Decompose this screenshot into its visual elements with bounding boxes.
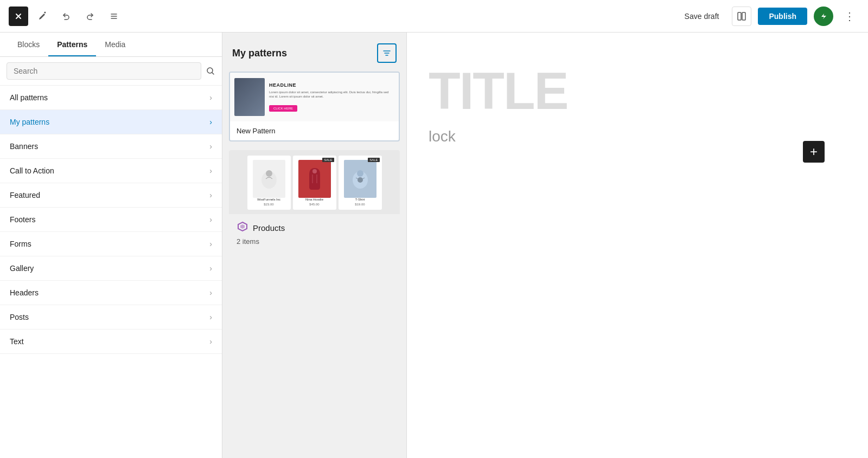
product-name: WooFunnels Inc bbox=[257, 198, 280, 201]
chevron-icon: › bbox=[209, 264, 212, 273]
editor-title[interactable]: TITLE bbox=[429, 65, 846, 117]
new-pattern-card[interactable]: HEADLINE Lorem ipsum dolor sit amet, con… bbox=[229, 72, 400, 141]
sidebar-item-label: My patterns bbox=[10, 118, 49, 126]
sidebar-item-label: Banners bbox=[10, 142, 38, 151]
my-patterns-panel: My patterns HEADLINE Lorem ipsum dolor s… bbox=[222, 33, 407, 458]
products-count: 2 items bbox=[237, 237, 392, 246]
chevron-icon: › bbox=[209, 337, 212, 346]
editor-subtitle[interactable]: lock bbox=[429, 128, 846, 145]
panel-header: My patterns bbox=[222, 33, 406, 72]
sidebar-item-footers[interactable]: Footers › bbox=[0, 208, 222, 232]
chevron-icon: › bbox=[209, 142, 212, 151]
sidebar-item-featured[interactable]: Featured › bbox=[0, 183, 222, 208]
close-button[interactable] bbox=[9, 7, 28, 26]
svg-point-7 bbox=[357, 170, 363, 177]
product-item: SALE Nina Hoodie $45.00 bbox=[293, 156, 336, 210]
sidebar-item-label: Call to Action bbox=[10, 166, 54, 175]
sidebar-item-label: Headers bbox=[10, 288, 39, 297]
product-name: T-Shirt bbox=[355, 198, 365, 201]
editor-content: TITLE lock bbox=[429, 65, 846, 145]
sidebar-item-my-patterns[interactable]: My patterns › bbox=[0, 110, 222, 134]
pattern-body: Lorem ipsum dolor sit amet, consectetur … bbox=[269, 90, 394, 99]
sidebar-item-banners[interactable]: Banners › bbox=[0, 134, 222, 159]
product-item: WooFunnels Inc $23.00 bbox=[247, 156, 291, 210]
sidebar-tabs: Blocks Patterns Media bbox=[0, 33, 222, 57]
chevron-icon: › bbox=[209, 313, 212, 321]
svg-rect-1 bbox=[742, 12, 745, 20]
products-category-name: Products bbox=[253, 223, 285, 233]
pattern-cta: CLICK HERE bbox=[269, 105, 297, 112]
product-price: $19.00 bbox=[355, 203, 365, 206]
chevron-icon: › bbox=[209, 240, 212, 248]
pattern-preview-image bbox=[234, 78, 265, 116]
chevron-icon: › bbox=[209, 191, 212, 199]
search-input[interactable] bbox=[7, 62, 201, 80]
products-info: Products 2 items bbox=[229, 214, 400, 251]
add-block-button[interactable]: + bbox=[803, 141, 825, 163]
sidebar-item-headers[interactable]: Headers › bbox=[0, 281, 222, 305]
save-draft-button[interactable]: Save draft bbox=[678, 9, 726, 24]
publish-button[interactable]: Publish bbox=[758, 8, 807, 25]
search-button[interactable] bbox=[206, 66, 215, 76]
product-image bbox=[344, 160, 376, 198]
list-view-button[interactable] bbox=[104, 7, 124, 26]
sale-badge: SALE bbox=[322, 158, 334, 162]
editor-main: TITLE lock + bbox=[407, 33, 868, 458]
panel-title: My patterns bbox=[232, 48, 287, 59]
more-options-button[interactable]: ⋮ bbox=[840, 7, 859, 26]
sidebar-item-label: Footers bbox=[10, 215, 35, 224]
products-preview: WooFunnels Inc $23.00 SALE Nina Hoodie $… bbox=[229, 150, 400, 214]
chevron-icon: › bbox=[209, 215, 212, 224]
svg-point-5 bbox=[312, 169, 317, 173]
sidebar-item-forms[interactable]: Forms › bbox=[0, 232, 222, 256]
search-box bbox=[0, 57, 222, 86]
pattern-preview: HEADLINE Lorem ipsum dolor sit amet, con… bbox=[230, 73, 399, 121]
undo-button[interactable] bbox=[56, 7, 76, 26]
products-label-row: Products bbox=[237, 221, 392, 235]
sale-badge: SALE bbox=[368, 158, 379, 162]
main-layout: Blocks Patterns Media All patterns › My … bbox=[0, 33, 868, 458]
topbar-left bbox=[9, 7, 124, 26]
sidebar-item-all-patterns[interactable]: All patterns › bbox=[0, 86, 222, 110]
tab-patterns[interactable]: Patterns bbox=[48, 33, 96, 56]
svg-rect-0 bbox=[738, 12, 741, 20]
topbar: Save draft Publish ⋮ bbox=[0, 0, 868, 33]
sidebar-item-label: Forms bbox=[10, 240, 31, 248]
sidebar-item-label: Gallery bbox=[10, 264, 34, 273]
product-image bbox=[298, 160, 331, 198]
chevron-icon: › bbox=[209, 118, 212, 126]
topbar-right: Save draft Publish ⋮ bbox=[678, 7, 859, 26]
redo-button[interactable] bbox=[80, 7, 100, 26]
tab-media[interactable]: Media bbox=[96, 33, 134, 56]
sidebar-item-label: All patterns bbox=[10, 93, 48, 102]
sidebar-item-label: Posts bbox=[10, 313, 29, 321]
pen-tool-button[interactable] bbox=[33, 7, 52, 26]
sidebar-item-label: Text bbox=[10, 337, 24, 346]
svg-marker-10 bbox=[240, 224, 245, 229]
sidebar-item-gallery[interactable]: Gallery › bbox=[0, 256, 222, 281]
pattern-headline: HEADLINE bbox=[269, 82, 394, 88]
svg-point-8 bbox=[358, 177, 363, 183]
chevron-icon: › bbox=[209, 93, 212, 102]
pattern-list: All patterns › My patterns › Banners › C… bbox=[0, 86, 222, 458]
woocommerce-icon bbox=[237, 221, 248, 235]
chevron-icon: › bbox=[209, 166, 212, 175]
products-card[interactable]: WooFunnels Inc $23.00 SALE Nina Hoodie $… bbox=[229, 150, 400, 251]
new-pattern-label: New Pattern bbox=[230, 121, 399, 140]
performance-button[interactable] bbox=[814, 7, 833, 26]
pattern-preview-content: HEADLINE Lorem ipsum dolor sit amet, con… bbox=[269, 82, 394, 112]
product-name: Nina Hoodie bbox=[305, 198, 323, 201]
product-price: $45.00 bbox=[309, 203, 319, 206]
sidebar-item-posts[interactable]: Posts › bbox=[0, 305, 222, 330]
sidebar: Blocks Patterns Media All patterns › My … bbox=[0, 33, 222, 458]
sidebar-item-call-to-action[interactable]: Call to Action › bbox=[0, 159, 222, 183]
panel-filter-button[interactable] bbox=[377, 43, 397, 63]
sidebar-item-label: Featured bbox=[10, 191, 40, 199]
sidebar-item-text[interactable]: Text › bbox=[0, 330, 222, 354]
product-item: SALE T-Shirt $19.00 bbox=[339, 156, 382, 210]
product-image bbox=[253, 160, 285, 198]
tab-blocks[interactable]: Blocks bbox=[9, 33, 48, 56]
view-mode-button[interactable] bbox=[732, 7, 751, 26]
product-price: $23.00 bbox=[264, 203, 273, 206]
chevron-icon: › bbox=[209, 288, 212, 297]
